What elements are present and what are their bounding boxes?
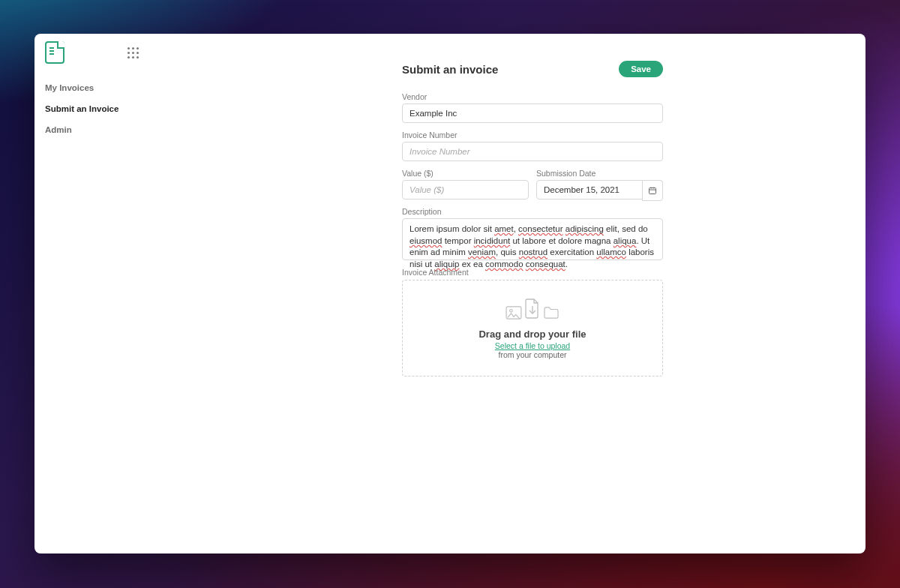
- main-content: Submit an invoice Save Vendor Invoice Nu…: [150, 34, 866, 554]
- sidebar-item-my-invoices[interactable]: My Invoices: [34, 77, 150, 98]
- value-input[interactable]: [402, 180, 529, 200]
- sidebar-nav: My Invoices Submit an Invoice Admin: [34, 77, 150, 140]
- svg-point-5: [510, 310, 513, 313]
- folder-icon: [543, 306, 560, 320]
- field-value: Value ($): [402, 169, 529, 200]
- description-label: Description: [402, 207, 663, 216]
- sidebar-top-icons: [34, 41, 150, 64]
- description-input[interactable]: Lorem ipsum dolor sit amet, consectetur …: [402, 218, 663, 260]
- dropzone-select-link[interactable]: Select a file to upload: [410, 341, 655, 350]
- calendar-icon: [648, 186, 657, 195]
- attachment-dropzone[interactable]: Drag and drop your file Select a file to…: [402, 280, 663, 376]
- field-attachment: Invoice Attachment: [402, 268, 663, 376]
- app-logo-icon[interactable]: [45, 41, 64, 64]
- sidebar-item-submit-invoice[interactable]: Submit an Invoice: [34, 98, 150, 119]
- svg-rect-0: [650, 188, 656, 194]
- vendor-input[interactable]: [402, 104, 663, 123]
- dropzone-headline: Drag and drop your file: [410, 328, 655, 340]
- value-label: Value ($): [402, 169, 529, 178]
- invoice-number-label: Invoice Number: [402, 130, 663, 140]
- page-title: Submit an invoice: [402, 63, 498, 76]
- invoice-number-input[interactable]: [402, 142, 663, 161]
- field-invoice-number: Invoice Number: [402, 130, 663, 161]
- file-download-icon: [525, 298, 540, 320]
- app-window: My Invoices Submit an Invoice Admin Subm…: [34, 34, 866, 554]
- vendor-label: Vendor: [402, 92, 663, 101]
- value-date-row: Value ($) Submission Date: [402, 169, 663, 207]
- image-icon: [506, 306, 522, 320]
- field-vendor: Vendor: [402, 92, 663, 123]
- form-header: Submit an invoice Save: [402, 61, 663, 77]
- dropzone-icons: [410, 294, 655, 320]
- save-button[interactable]: Save: [619, 61, 663, 77]
- submission-date-wrap: [536, 180, 663, 200]
- invoice-form: Submit an invoice Save Vendor Invoice Nu…: [402, 61, 663, 376]
- sidebar-item-admin[interactable]: Admin: [34, 119, 150, 140]
- dropzone-subtext: from your computer: [410, 350, 655, 359]
- app-grid-icon[interactable]: [128, 47, 138, 58]
- submission-date-label: Submission Date: [536, 169, 663, 178]
- calendar-button[interactable]: [642, 180, 663, 201]
- field-description: Description Lorem ipsum dolor sit amet, …: [402, 207, 663, 260]
- sidebar: My Invoices Submit an Invoice Admin: [34, 34, 150, 554]
- field-submission-date: Submission Date: [536, 169, 663, 200]
